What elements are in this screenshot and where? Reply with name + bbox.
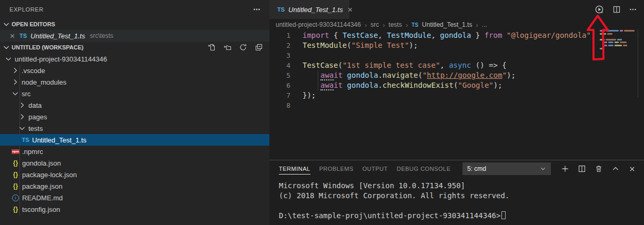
line-number: 5 <box>269 70 290 80</box>
tree-item-package-json[interactable]: {} package.json <box>0 180 269 192</box>
tree-item-label: gondola.json <box>22 159 61 167</box>
chevron-right-icon: › <box>406 21 408 29</box>
breadcrumb: untitled-project-930341144346 › src › te… <box>269 19 644 30</box>
maximize-panel-icon[interactable] <box>611 165 620 173</box>
hyperlink[interactable]: http://google.com <box>427 71 502 79</box>
breadcrumb-project[interactable]: untitled-project-930341144346 <box>276 21 361 28</box>
terminal-line <box>279 201 644 211</box>
line-number: 1 <box>269 30 290 40</box>
terminal-line: Microsoft Windows [Version 10.0.17134.95… <box>279 181 644 191</box>
tree-item-label: .npmrc <box>22 148 43 156</box>
kill-terminal-icon[interactable] <box>595 165 603 173</box>
chevron-down-icon <box>539 165 547 172</box>
more-actions-icon[interactable] <box>629 5 637 14</box>
tab-problems[interactable]: PROBLEMS <box>319 160 354 177</box>
refresh-icon[interactable] <box>239 43 247 52</box>
tree-item-project-root[interactable]: untitled-project-930341144346 <box>0 53 269 65</box>
collapse-all-icon[interactable] <box>255 43 263 52</box>
tree-item-label: .vscode <box>22 67 45 75</box>
tab-debug-console[interactable]: DEBUG CONSOLE <box>397 160 450 177</box>
tree-item-label: Untitled_Test_1.ts <box>32 136 86 144</box>
tab-output[interactable]: OUTPUT <box>363 160 388 177</box>
editor-tab-bar: TS Untitled_Test_1.ts <box>269 0 644 19</box>
tree-item-src[interactable]: src <box>0 88 269 99</box>
json-file-icon: {} <box>11 159 20 167</box>
tree-item-label: package.json <box>22 182 63 190</box>
chevron-right-icon: › <box>383 21 385 29</box>
line-number: 4 <box>269 60 290 70</box>
breadcrumb-tests[interactable]: tests <box>389 21 402 28</box>
line-number: 8 <box>269 100 290 110</box>
tree-item-gondola-json[interactable]: {} gondola.json <box>0 157 269 169</box>
bottom-panel: TERMINAL PROBLEMS OUTPUT DEBUG CONSOLE 5… <box>269 160 644 225</box>
new-terminal-icon[interactable] <box>561 165 569 173</box>
tree-item-untitled-test-ts[interactable]: TS Untitled_Test_1.ts <box>0 134 269 146</box>
tree-item-label: data <box>28 101 42 109</box>
tree-item-node-modules[interactable]: node_modules <box>0 76 269 88</box>
terminal-shell-value: 5: cmd <box>467 165 486 172</box>
line-number: 3 <box>269 50 290 60</box>
tree-item-tests[interactable]: tests <box>0 122 269 134</box>
tree-item-label: tsconfig.json <box>22 206 60 213</box>
tree-item-pages[interactable]: pages <box>0 111 269 122</box>
tree-item-readme-md[interactable]: README.md <box>0 192 269 203</box>
breadcrumb-symbol[interactable]: ... <box>482 21 487 28</box>
new-folder-icon[interactable] <box>223 43 232 52</box>
terminal-shell-select[interactable]: 5: cmd <box>462 162 551 175</box>
tree-item-label: node_modules <box>22 78 66 86</box>
breadcrumb-src[interactable]: src <box>370 21 379 28</box>
npm-file-icon: npm <box>11 149 20 154</box>
open-editor-filename: Untitled_Test_1.ts <box>31 32 85 40</box>
tree-item-label: untitled-project-930341144346 <box>15 55 107 63</box>
split-terminal-icon[interactable] <box>578 165 586 173</box>
tab-label: Untitled_Test_1.ts <box>288 6 343 14</box>
editor-group: TS Untitled_Test_1.ts untitled-project-9… <box>269 0 644 160</box>
line-number: 6 <box>269 80 290 90</box>
chevron-down-icon <box>2 20 11 28</box>
close-icon[interactable] <box>347 6 354 13</box>
info-file-icon <box>11 195 20 201</box>
typescript-file-icon: TS <box>411 22 418 28</box>
code-line: TestCase("1st simple test case", async (… <box>303 60 507 70</box>
tree-item-tsconfig-json[interactable]: {} tsconfig.json <box>0 203 269 215</box>
workspace-header[interactable]: UNTITLED (WORKSPACE) <box>0 42 269 53</box>
open-editor-item[interactable]: TS Untitled_Test_1.ts src\tests <box>0 30 269 42</box>
run-test-icon[interactable] <box>595 5 605 15</box>
chevron-right-icon: › <box>365 21 367 29</box>
tree-item-package-lock-json[interactable]: {} package-lock.json <box>0 169 269 180</box>
typescript-file-icon: TS <box>277 6 285 13</box>
chevron-down-icon <box>4 55 13 63</box>
code-area[interactable]: 1import { TestCase, TestModule, gondola … <box>269 30 644 110</box>
chevron-right-icon: › <box>476 21 478 29</box>
tree-item-label: tests <box>28 125 43 132</box>
explorer-more-actions-icon[interactable] <box>253 5 261 14</box>
new-file-icon[interactable] <box>207 43 216 52</box>
split-editor-icon[interactable] <box>612 5 621 14</box>
open-editors-label: OPEN EDITORS <box>12 21 55 27</box>
chevron-right-icon <box>11 78 19 86</box>
typescript-file-icon: TS <box>21 137 30 143</box>
tree-item-label: pages <box>28 113 47 121</box>
minimap-border <box>638 29 638 97</box>
terminal-output[interactable]: Microsoft Windows [Version 10.0.17134.95… <box>269 177 644 221</box>
minimap[interactable] <box>600 30 637 50</box>
tree-item-label: package-lock.json <box>22 171 77 179</box>
code-line: await gondola.navigate("http://google.co… <box>303 70 516 80</box>
terminal-line: (c) 2018 Microsoft Corporation. All righ… <box>279 191 644 201</box>
explorer-title: EXPLORER <box>9 6 44 13</box>
close-panel-icon[interactable] <box>628 165 636 173</box>
tree-item-npmrc[interactable]: npm .npmrc <box>0 146 269 157</box>
tab-untitled-test-ts[interactable]: TS Untitled_Test_1.ts <box>269 0 349 19</box>
close-icon[interactable] <box>9 33 16 39</box>
file-tree: untitled-project-930341144346 .vscode no… <box>0 53 269 215</box>
open-editors-header[interactable]: OPEN EDITORS <box>0 18 269 30</box>
tab-terminal[interactable]: TERMINAL <box>279 160 310 177</box>
chevron-down-icon <box>18 124 26 132</box>
code-line: await gondola.checkWindowExist("Google")… <box>303 80 502 90</box>
line-number: 7 <box>269 90 290 100</box>
tree-item-data[interactable]: data <box>0 99 269 111</box>
code-line: TestModule("Simple Test"); <box>303 40 418 50</box>
breadcrumb-file[interactable]: Untitled_Test_1.ts <box>422 21 472 28</box>
code-line: }); <box>303 90 316 100</box>
tree-item-vscode[interactable]: .vscode <box>0 65 269 76</box>
